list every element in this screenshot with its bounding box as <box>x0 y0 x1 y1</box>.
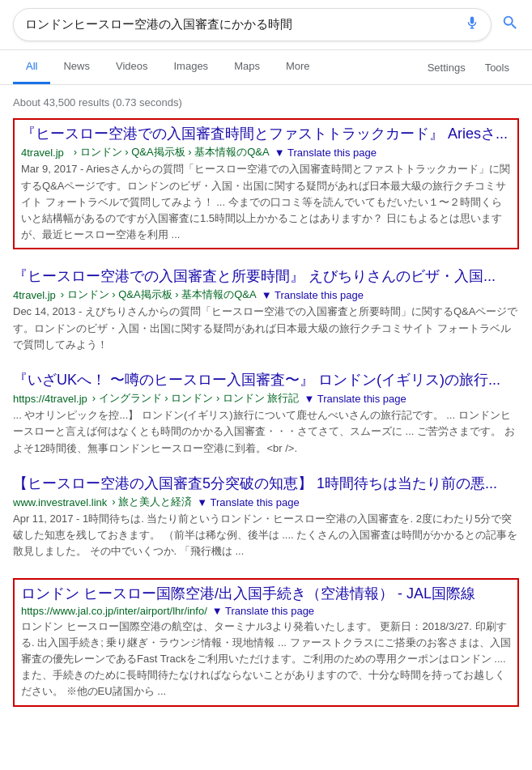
result-title[interactable]: 【ヒースロー空港の入国審査5分突破の知恵】 1時間待ちは当たり前の悪... <box>13 474 519 493</box>
result-url-line: https://4travel.jp › イングランド › ロンドン › ロンド… <box>13 391 519 406</box>
result-translate[interactable]: ▼ Translate this page <box>197 496 299 508</box>
result-url-line: 4travel.jp › ロンドン › Q&A掲示板 › 基本情報のQ&A ▼ … <box>13 287 519 302</box>
mic-icon[interactable] <box>465 15 479 34</box>
results-count: About 43,500 results (0.73 seconds) <box>13 91 519 118</box>
result-snippet: Apr 11, 2017 - 1時間待ちは. 当たり前というロンドン・ヒースロー… <box>13 511 519 559</box>
search-icon[interactable] <box>501 14 519 36</box>
nav-settings[interactable]: Settings <box>418 52 475 83</box>
result-url: 4travel.jp <box>13 289 56 301</box>
result-url: https://www.jal.co.jp/inter/airport/lhr/… <box>21 605 207 617</box>
result-translate[interactable]: ▼ Translate this page <box>212 605 314 617</box>
tab-images[interactable]: Images <box>160 50 221 84</box>
search-result: 『ヒースロー空港での入国審査と所要時間』 えびちりさんのビザ・入国... 4tr… <box>13 267 519 353</box>
tab-videos[interactable]: Videos <box>103 50 161 84</box>
result-url-line: 4travel.jp › ロンドン › Q&A掲示板 › 基本情報のQ&A ▼ … <box>21 145 511 160</box>
result-snippet: ... やオリンピックを控...】 ロンドン(イギリス)旅行について鹿せんべいさ… <box>13 407 519 456</box>
result-translate[interactable]: ▼ Translate this page <box>262 289 364 301</box>
search-input[interactable] <box>25 18 458 32</box>
tab-all[interactable]: All <box>13 50 50 84</box>
search-result: 『ヒースロー空港での入国審査時間とファストトラックカード』 Ariesさ... … <box>13 118 519 249</box>
result-title[interactable]: 『ヒースロー空港での入国審査と所要時間』 えびちりさんのビザ・入国... <box>13 267 519 286</box>
result-title[interactable]: 『ヒースロー空港での入国審査時間とファストトラックカード』 Ariesさ... <box>21 125 511 143</box>
results-area: About 43,500 results (0.73 seconds) 『ヒース… <box>0 85 532 738</box>
result-breadcrumb: › ロンドン › Q&A掲示板 › 基本情報のQ&A <box>74 145 270 160</box>
result-breadcrumb: › イングランド › ロンドン › ロンドン 旅行記 <box>92 391 300 406</box>
result-url-line: https://www.jal.co.jp/inter/airport/lhr/… <box>21 605 511 617</box>
search-result: ロンドン ヒースロー国際空港/出入国手続き（空港情報） - JAL国際線 htt… <box>13 578 519 707</box>
tab-more[interactable]: More <box>273 50 323 84</box>
nav-tabs: All News Videos Images Maps More Setting… <box>0 50 532 85</box>
result-url: www.investravel.link <box>13 496 107 508</box>
result-title[interactable]: 『いざUKへ！ 〜噂のヒースロー入国審査〜』 ロンドン(イギリス)の旅行... <box>13 371 519 389</box>
result-snippet: Dec 14, 2013 - えびちりさんからの質問「ヒースロー空港での入国審査… <box>13 304 519 352</box>
search-input-wrapper[interactable] <box>13 8 492 41</box>
result-url: https://4travel.jp <box>13 393 87 405</box>
nav-tools[interactable]: Tools <box>475 52 519 83</box>
result-title[interactable]: ロンドン ヒースロー国際空港/出入国手続き（空港情報） - JAL国際線 <box>21 585 511 603</box>
result-translate[interactable]: ▼ Translate this page <box>275 147 377 159</box>
result-snippet: ロンドン ヒースロー国際空港の航空は、ターミナル3より発着いたします。 更新日：… <box>21 619 511 700</box>
search-result: 『いざUKへ！ 〜噂のヒースロー入国審査〜』 ロンドン(イギリス)の旅行... … <box>13 371 519 457</box>
result-breadcrumb: › 旅と美人と経済 <box>112 495 192 509</box>
result-breadcrumb: › ロンドン › Q&A掲示板 › 基本情報のQ&A <box>61 287 257 302</box>
result-translate[interactable]: ▼ Translate this page <box>304 393 406 405</box>
tab-news[interactable]: News <box>50 50 103 84</box>
search-bar <box>0 0 532 50</box>
result-url: 4travel.jp <box>21 147 64 159</box>
result-url-line: www.investravel.link › 旅と美人と経済 ▼ Transla… <box>13 495 519 509</box>
search-result: 【ヒースロー空港の入国審査5分突破の知恵】 1時間待ちは当たり前の悪... ww… <box>13 474 519 560</box>
result-snippet: Mar 9, 2017 - Ariesさんからの質問「ヒースロー空港での入国審査… <box>21 161 511 243</box>
tab-maps[interactable]: Maps <box>221 50 273 84</box>
